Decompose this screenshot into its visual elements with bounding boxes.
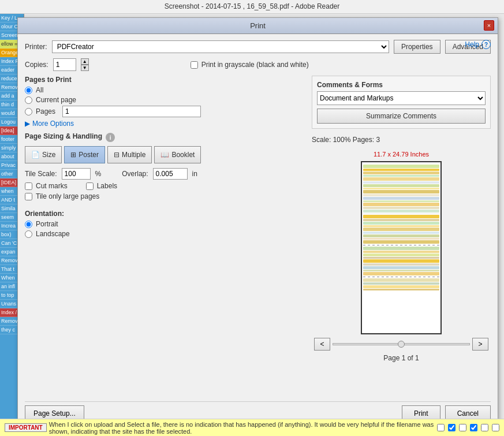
tile-only-label: Tile only large pages <box>36 192 99 200</box>
status-check-3[interactable] <box>459 424 466 431</box>
status-check-5[interactable] <box>481 424 488 431</box>
page-icon: 📄 <box>31 151 40 159</box>
info-icon[interactable]: i <box>106 133 115 142</box>
booklet-icon: 📖 <box>160 151 169 159</box>
cut-marks-label: Cut marks <box>36 182 68 190</box>
preview-dimensions: 11.7 x 24.79 Inches <box>374 151 429 158</box>
copies-down[interactable]: ▼ <box>81 65 89 71</box>
copies-up[interactable]: ▲ <box>81 58 89 65</box>
printer-label: Printer: <box>25 43 47 51</box>
overlap-input[interactable] <box>153 168 188 180</box>
properties-button[interactable]: Properties <box>394 40 440 54</box>
copies-input[interactable] <box>53 58 76 71</box>
overlap-unit: in <box>192 170 197 178</box>
copies-label: Copies: <box>25 61 48 69</box>
landscape-radio[interactable] <box>25 230 32 238</box>
status-checkboxes <box>437 424 499 431</box>
preview-area: 11.7 x 24.79 Inches <box>312 151 491 397</box>
overlap-label: Overlap: <box>122 170 148 178</box>
tile-scale-label: Tile Scale: <box>25 170 57 178</box>
booklet-button[interactable]: 📖 Booklet <box>154 146 201 163</box>
dialog-title: Print × <box>18 18 498 34</box>
chevron-right-icon: ▶ <box>25 120 30 128</box>
status-bar: IMPORTANT When I click on upload and Sel… <box>0 419 504 436</box>
poster-icon: ⊞ <box>70 151 76 159</box>
comments-forms-section: Comments & Forms Document and Markups Su… <box>312 76 491 129</box>
pages-radio[interactable] <box>25 108 32 115</box>
printer-select[interactable]: PDFCreator <box>52 40 389 53</box>
cut-marks-checkbox[interactable] <box>25 182 32 190</box>
page-sizing-title: Page Sizing & Handling <box>25 132 102 140</box>
title-text: Screenshot - 2014-07-15 , 16_59_58.pdf -… <box>165 2 340 10</box>
current-page-radio[interactable] <box>25 96 32 104</box>
labels-checkbox[interactable] <box>86 182 94 190</box>
current-page-label: Current page <box>36 96 76 104</box>
all-radio[interactable] <box>25 87 32 94</box>
preview-image <box>361 161 442 334</box>
status-text: When I click on upload and Select a file… <box>49 421 435 435</box>
multiple-icon: ⊟ <box>114 151 120 159</box>
print-dialog: Print × Printer: PDFCreator Properties A… <box>17 17 498 430</box>
page-slider[interactable] <box>333 343 470 345</box>
pages-label: Pages <box>36 107 59 115</box>
landscape-label: Landscape <box>36 230 70 238</box>
scale-text: Scale: 100% Pages: 3 <box>312 136 491 144</box>
grayscale-checkbox[interactable] <box>191 61 198 69</box>
doc-content <box>362 163 440 334</box>
grayscale-label: Print in grayscale (black and white) <box>201 61 309 69</box>
summarize-button[interactable]: Summarize Comments <box>317 109 486 124</box>
size-button[interactable]: 📄 Size <box>25 146 62 163</box>
nav-row: < > <box>312 338 491 351</box>
copies-spinner[interactable]: ▲ ▼ <box>81 58 89 71</box>
help-icon[interactable]: ? <box>481 40 491 49</box>
status-check-6[interactable] <box>492 424 499 431</box>
comments-forms-title: Comments & Forms <box>317 81 486 89</box>
title-bar: Screenshot - 2014-07-15 , 16_59_58.pdf -… <box>0 0 504 14</box>
multiple-button[interactable]: ⊟ Multiple <box>107 146 152 163</box>
more-options-label[interactable]: More Options <box>32 120 74 128</box>
status-badge: IMPORTANT <box>5 423 47 432</box>
labels-label: Labels <box>97 182 117 190</box>
pages-to-print-title: Pages to Print <box>25 76 305 84</box>
close-button[interactable]: × <box>484 20 494 31</box>
comments-forms-select[interactable]: Document and Markups <box>317 91 486 105</box>
tile-scale-input[interactable] <box>62 168 91 180</box>
help-link[interactable]: Help <box>465 40 479 49</box>
all-label: All <box>36 86 43 94</box>
pages-input[interactable] <box>62 106 201 117</box>
page-indicator: Page 1 of 1 <box>383 354 419 362</box>
prev-page-button[interactable]: < <box>314 338 330 351</box>
status-check-1[interactable] <box>437 424 445 431</box>
status-check-4[interactable] <box>470 424 477 431</box>
tile-only-checkbox[interactable] <box>25 193 32 200</box>
portrait-radio[interactable] <box>25 221 32 228</box>
orientation-title: Orientation: <box>25 210 305 218</box>
status-check-2[interactable] <box>448 424 456 431</box>
more-options[interactable]: ▶ More Options <box>25 120 305 128</box>
poster-button[interactable]: ⊞ Poster <box>64 146 105 163</box>
portrait-label: Portrait <box>36 220 58 228</box>
dialog-title-text: Print <box>250 21 266 30</box>
next-page-button[interactable]: > <box>472 338 488 351</box>
tile-scale-unit: % <box>95 170 102 178</box>
